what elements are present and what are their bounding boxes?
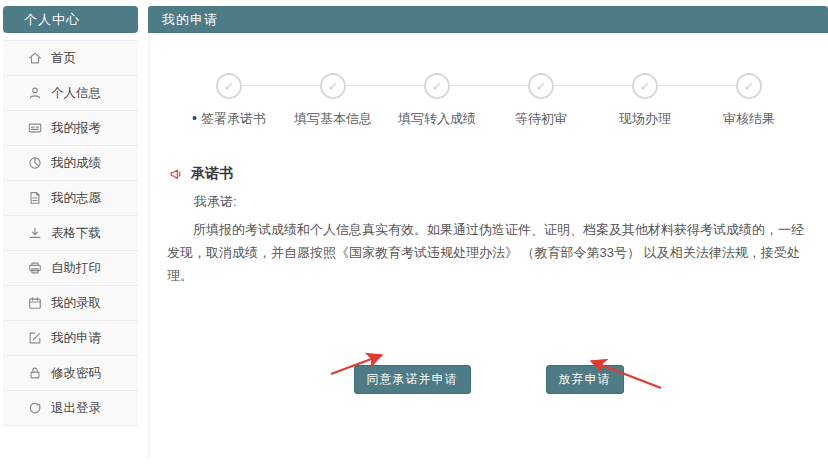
check-icon: ✓ [320, 73, 346, 99]
step-onsite-processing: ✓ 现场办理 [593, 73, 697, 128]
check-icon: ✓ [736, 73, 762, 99]
sidebar-item-label: 个人信息 [51, 85, 101, 102]
commitment-title: 承诺书 [191, 165, 233, 183]
commitment-intro: 我承诺: [194, 193, 810, 211]
sidebar-item-label: 自助打印 [51, 260, 101, 277]
action-buttons: 同意承诺并申请 放弃申请 [167, 365, 810, 394]
sidebar-item-home[interactable]: 首页 [3, 41, 138, 76]
sidebar-item-personal-info[interactable]: 个人信息 [3, 76, 138, 111]
step-label: 填写基本信息 [281, 110, 385, 128]
abandon-application-button[interactable]: 放弃申请 [546, 365, 624, 394]
sidebar-title: 个人中心 [3, 6, 138, 33]
sidebar-item-my-admission[interactable]: 我的录取 [3, 286, 138, 321]
sidebar-item-label: 我的申请 [51, 330, 101, 347]
user-icon [28, 86, 42, 100]
sidebar-item-label: 退出登录 [51, 400, 101, 417]
agree-apply-button[interactable]: 同意承诺并申请 [354, 365, 471, 394]
lock-icon [28, 366, 42, 380]
sidebar-item-my-scores[interactable]: 我的成绩 [3, 146, 138, 181]
step-review-result: ✓ 审核结果 [697, 73, 801, 128]
step-label: 签署承诺书 [177, 110, 281, 128]
commitment-body: 所填报的考试成绩和个人信息真实有效。如果通过伪造证件、证明、档案及其他材料获得考… [167, 219, 810, 287]
pie-chart-icon [28, 156, 42, 170]
step-fill-transfer-scores: ✓ 填写转入成绩 [385, 73, 489, 128]
sidebar-item-label: 我的录取 [51, 295, 101, 312]
printer-icon [28, 261, 42, 275]
check-icon: ✓ [528, 73, 554, 99]
sidebar-item-my-application[interactable]: 我的申请 [3, 321, 138, 356]
sidebar-item-label: 我的报考 [51, 120, 101, 137]
step-label: 等待初审 [489, 110, 593, 128]
sidebar-item-label: 我的志愿 [51, 190, 101, 207]
calendar-icon [28, 296, 42, 310]
step-label: 填写转入成绩 [385, 110, 489, 128]
download-icon [28, 226, 42, 240]
document-icon [28, 191, 42, 205]
check-icon: ✓ [216, 73, 242, 99]
sidebar-item-my-registration[interactable]: 我的报考 [3, 111, 138, 146]
logout-icon [28, 401, 42, 415]
sidebar-item-change-password[interactable]: 修改密码 [3, 356, 138, 391]
megaphone-icon [169, 167, 183, 181]
main-panel: 我的申请 ✓ 签署承诺书 ✓ 填写基本信息 ✓ 填写转入成绩 ✓ 等待初 [148, 6, 828, 458]
sidebar-item-self-print[interactable]: 自助打印 [3, 251, 138, 286]
step-label: 审核结果 [697, 110, 801, 128]
step-fill-basic-info: ✓ 填写基本信息 [281, 73, 385, 128]
sidebar-item-label: 我的成绩 [51, 155, 101, 172]
sidebar-item-form-download[interactable]: 表格下载 [3, 216, 138, 251]
main-panel-title: 我的申请 [148, 6, 828, 33]
commitment-section: 承诺书 我承诺: 所填报的考试成绩和个人信息真实有效。如果通过伪造证件、证明、档… [167, 165, 810, 287]
check-icon: ✓ [632, 73, 658, 99]
sidebar-item-my-preferences[interactable]: 我的志愿 [3, 181, 138, 216]
check-icon: ✓ [424, 73, 450, 99]
sidebar-menu: 首页 个人信息 我的报考 我的成绩 我的志愿 表格下载 [3, 40, 138, 426]
application-steps: ✓ 签署承诺书 ✓ 填写基本信息 ✓ 填写转入成绩 ✓ 等待初审 ✓ 现场办 [177, 73, 801, 128]
sidebar-item-label: 表格下载 [51, 225, 101, 242]
edit-icon [28, 331, 42, 345]
sidebar-item-label: 修改密码 [51, 365, 101, 382]
main-body: ✓ 签署承诺书 ✓ 填写基本信息 ✓ 填写转入成绩 ✓ 等待初审 ✓ 现场办 [148, 33, 828, 458]
home-icon [28, 51, 42, 65]
commitment-title-row: 承诺书 [169, 165, 810, 183]
sidebar: 个人中心 首页 个人信息 我的报考 我的成绩 我的志愿 [3, 6, 138, 458]
sidebar-item-logout[interactable]: 退出登录 [3, 391, 138, 426]
id-card-icon [28, 121, 42, 135]
page: 个人中心 首页 个人信息 我的报考 我的成绩 我的志愿 [0, 0, 828, 458]
sidebar-item-label: 首页 [51, 50, 76, 67]
step-label: 现场办理 [593, 110, 697, 128]
step-await-initial-review: ✓ 等待初审 [489, 73, 593, 128]
step-sign-commitment: ✓ 签署承诺书 [177, 73, 281, 128]
